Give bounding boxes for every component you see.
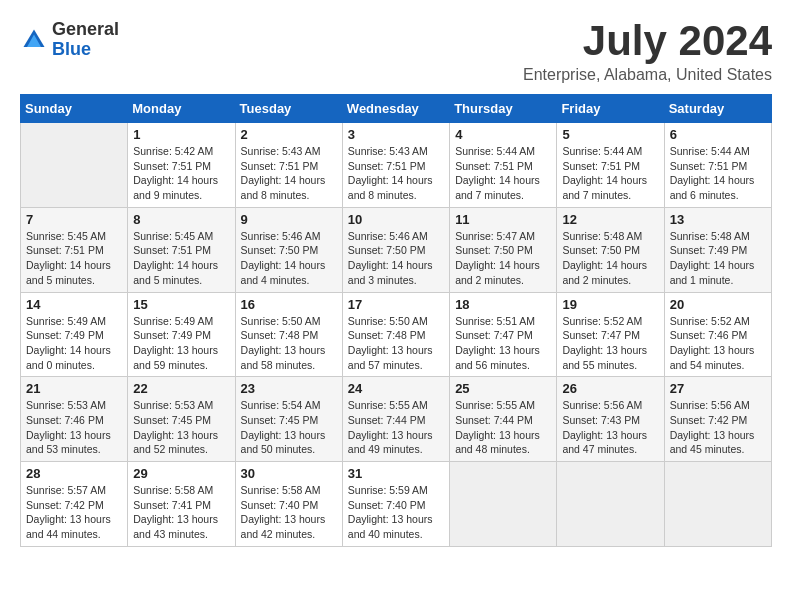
day-number: 6	[670, 127, 766, 142]
day-number: 14	[26, 297, 122, 312]
day-number: 19	[562, 297, 658, 312]
col-header-monday: Monday	[128, 95, 235, 123]
location: Enterprise, Alabama, United States	[523, 66, 772, 84]
day-cell: 24Sunrise: 5:55 AMSunset: 7:44 PMDayligh…	[342, 377, 449, 462]
day-number: 10	[348, 212, 444, 227]
logo-text: General Blue	[52, 20, 119, 60]
day-info: Sunrise: 5:44 AMSunset: 7:51 PMDaylight:…	[670, 144, 766, 203]
day-cell: 9Sunrise: 5:46 AMSunset: 7:50 PMDaylight…	[235, 207, 342, 292]
day-cell	[557, 462, 664, 547]
day-number: 20	[670, 297, 766, 312]
day-cell	[450, 462, 557, 547]
day-cell: 20Sunrise: 5:52 AMSunset: 7:46 PMDayligh…	[664, 292, 771, 377]
day-number: 23	[241, 381, 337, 396]
day-number: 30	[241, 466, 337, 481]
day-number: 11	[455, 212, 551, 227]
day-number: 15	[133, 297, 229, 312]
day-info: Sunrise: 5:52 AMSunset: 7:47 PMDaylight:…	[562, 314, 658, 373]
day-info: Sunrise: 5:49 AMSunset: 7:49 PMDaylight:…	[26, 314, 122, 373]
day-cell: 30Sunrise: 5:58 AMSunset: 7:40 PMDayligh…	[235, 462, 342, 547]
week-row-5: 28Sunrise: 5:57 AMSunset: 7:42 PMDayligh…	[21, 462, 772, 547]
day-number: 1	[133, 127, 229, 142]
day-info: Sunrise: 5:43 AMSunset: 7:51 PMDaylight:…	[241, 144, 337, 203]
day-info: Sunrise: 5:59 AMSunset: 7:40 PMDaylight:…	[348, 483, 444, 542]
day-number: 22	[133, 381, 229, 396]
day-info: Sunrise: 5:48 AMSunset: 7:49 PMDaylight:…	[670, 229, 766, 288]
header-row: SundayMondayTuesdayWednesdayThursdayFrid…	[21, 95, 772, 123]
day-cell: 31Sunrise: 5:59 AMSunset: 7:40 PMDayligh…	[342, 462, 449, 547]
day-info: Sunrise: 5:51 AMSunset: 7:47 PMDaylight:…	[455, 314, 551, 373]
day-number: 16	[241, 297, 337, 312]
day-cell: 7Sunrise: 5:45 AMSunset: 7:51 PMDaylight…	[21, 207, 128, 292]
day-info: Sunrise: 5:49 AMSunset: 7:49 PMDaylight:…	[133, 314, 229, 373]
day-number: 9	[241, 212, 337, 227]
col-header-saturday: Saturday	[664, 95, 771, 123]
day-info: Sunrise: 5:45 AMSunset: 7:51 PMDaylight:…	[133, 229, 229, 288]
day-cell: 3Sunrise: 5:43 AMSunset: 7:51 PMDaylight…	[342, 123, 449, 208]
day-info: Sunrise: 5:56 AMSunset: 7:42 PMDaylight:…	[670, 398, 766, 457]
day-info: Sunrise: 5:48 AMSunset: 7:50 PMDaylight:…	[562, 229, 658, 288]
day-cell: 4Sunrise: 5:44 AMSunset: 7:51 PMDaylight…	[450, 123, 557, 208]
day-info: Sunrise: 5:56 AMSunset: 7:43 PMDaylight:…	[562, 398, 658, 457]
day-cell: 2Sunrise: 5:43 AMSunset: 7:51 PMDaylight…	[235, 123, 342, 208]
day-cell: 25Sunrise: 5:55 AMSunset: 7:44 PMDayligh…	[450, 377, 557, 462]
day-number: 26	[562, 381, 658, 396]
day-number: 27	[670, 381, 766, 396]
day-number: 28	[26, 466, 122, 481]
day-info: Sunrise: 5:50 AMSunset: 7:48 PMDaylight:…	[241, 314, 337, 373]
week-row-3: 14Sunrise: 5:49 AMSunset: 7:49 PMDayligh…	[21, 292, 772, 377]
day-number: 18	[455, 297, 551, 312]
logo-general: General	[52, 20, 119, 40]
day-info: Sunrise: 5:55 AMSunset: 7:44 PMDaylight:…	[455, 398, 551, 457]
col-header-tuesday: Tuesday	[235, 95, 342, 123]
day-number: 12	[562, 212, 658, 227]
day-cell: 21Sunrise: 5:53 AMSunset: 7:46 PMDayligh…	[21, 377, 128, 462]
day-cell: 15Sunrise: 5:49 AMSunset: 7:49 PMDayligh…	[128, 292, 235, 377]
day-info: Sunrise: 5:58 AMSunset: 7:41 PMDaylight:…	[133, 483, 229, 542]
day-cell: 22Sunrise: 5:53 AMSunset: 7:45 PMDayligh…	[128, 377, 235, 462]
day-info: Sunrise: 5:46 AMSunset: 7:50 PMDaylight:…	[348, 229, 444, 288]
logo-blue: Blue	[52, 40, 119, 60]
day-number: 17	[348, 297, 444, 312]
day-info: Sunrise: 5:50 AMSunset: 7:48 PMDaylight:…	[348, 314, 444, 373]
logo: General Blue	[20, 20, 119, 60]
day-info: Sunrise: 5:55 AMSunset: 7:44 PMDaylight:…	[348, 398, 444, 457]
day-cell: 19Sunrise: 5:52 AMSunset: 7:47 PMDayligh…	[557, 292, 664, 377]
day-cell: 14Sunrise: 5:49 AMSunset: 7:49 PMDayligh…	[21, 292, 128, 377]
day-cell: 5Sunrise: 5:44 AMSunset: 7:51 PMDaylight…	[557, 123, 664, 208]
day-cell: 12Sunrise: 5:48 AMSunset: 7:50 PMDayligh…	[557, 207, 664, 292]
day-number: 31	[348, 466, 444, 481]
col-header-wednesday: Wednesday	[342, 95, 449, 123]
day-cell	[664, 462, 771, 547]
day-info: Sunrise: 5:46 AMSunset: 7:50 PMDaylight:…	[241, 229, 337, 288]
day-cell: 16Sunrise: 5:50 AMSunset: 7:48 PMDayligh…	[235, 292, 342, 377]
day-cell: 18Sunrise: 5:51 AMSunset: 7:47 PMDayligh…	[450, 292, 557, 377]
col-header-sunday: Sunday	[21, 95, 128, 123]
day-number: 2	[241, 127, 337, 142]
logo-icon	[20, 26, 48, 54]
day-number: 13	[670, 212, 766, 227]
day-number: 8	[133, 212, 229, 227]
day-cell: 13Sunrise: 5:48 AMSunset: 7:49 PMDayligh…	[664, 207, 771, 292]
day-cell: 26Sunrise: 5:56 AMSunset: 7:43 PMDayligh…	[557, 377, 664, 462]
day-cell: 6Sunrise: 5:44 AMSunset: 7:51 PMDaylight…	[664, 123, 771, 208]
day-info: Sunrise: 5:42 AMSunset: 7:51 PMDaylight:…	[133, 144, 229, 203]
day-info: Sunrise: 5:53 AMSunset: 7:46 PMDaylight:…	[26, 398, 122, 457]
day-info: Sunrise: 5:53 AMSunset: 7:45 PMDaylight:…	[133, 398, 229, 457]
day-cell: 11Sunrise: 5:47 AMSunset: 7:50 PMDayligh…	[450, 207, 557, 292]
calendar-table: SundayMondayTuesdayWednesdayThursdayFrid…	[20, 94, 772, 547]
day-info: Sunrise: 5:44 AMSunset: 7:51 PMDaylight:…	[455, 144, 551, 203]
day-cell: 29Sunrise: 5:58 AMSunset: 7:41 PMDayligh…	[128, 462, 235, 547]
day-cell	[21, 123, 128, 208]
day-info: Sunrise: 5:45 AMSunset: 7:51 PMDaylight:…	[26, 229, 122, 288]
day-number: 29	[133, 466, 229, 481]
day-cell: 27Sunrise: 5:56 AMSunset: 7:42 PMDayligh…	[664, 377, 771, 462]
month-title: July 2024	[523, 20, 772, 62]
day-info: Sunrise: 5:47 AMSunset: 7:50 PMDaylight:…	[455, 229, 551, 288]
day-number: 7	[26, 212, 122, 227]
day-cell: 28Sunrise: 5:57 AMSunset: 7:42 PMDayligh…	[21, 462, 128, 547]
day-number: 4	[455, 127, 551, 142]
day-number: 25	[455, 381, 551, 396]
day-number: 24	[348, 381, 444, 396]
day-cell: 10Sunrise: 5:46 AMSunset: 7:50 PMDayligh…	[342, 207, 449, 292]
